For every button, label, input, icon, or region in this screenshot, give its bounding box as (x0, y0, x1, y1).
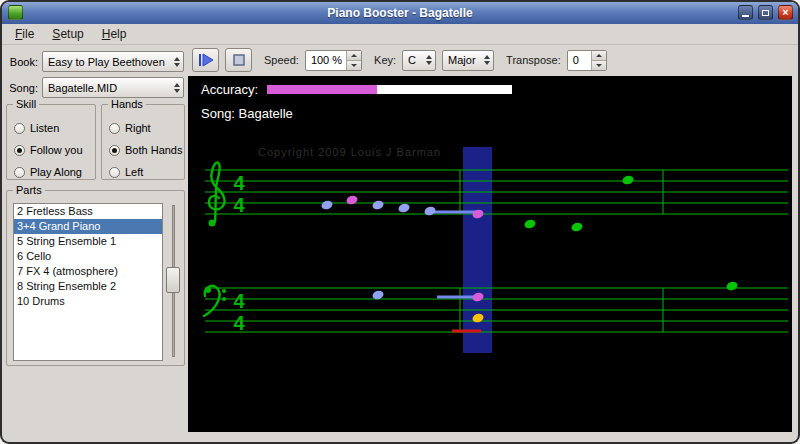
radio-label: Right (125, 122, 151, 134)
transpose-label: Transpose: (506, 54, 561, 66)
play-icon (197, 51, 215, 69)
time-signature: 4 (233, 194, 245, 216)
treble-clef-ball (209, 220, 216, 227)
note (320, 199, 333, 210)
speed-label: Speed: (264, 54, 299, 66)
stop-button[interactable] (225, 48, 252, 72)
spinner-arrows-icon[interactable] (591, 51, 606, 70)
minimize-button[interactable] (738, 5, 753, 20)
score-area: Accuracy: Song: Bagatelle Copyright 2009… (188, 76, 792, 432)
parts-list-item[interactable]: 8 String Ensemble 2 (14, 279, 162, 294)
window-frame: Piano Booster - Bagatelle × File Setup H… (0, 0, 800, 444)
scale-value: Major (448, 54, 476, 66)
play-button[interactable] (192, 48, 219, 72)
title-bar[interactable]: Piano Booster - Bagatelle × (2, 2, 798, 24)
radio-label: Follow you (30, 144, 83, 156)
radio-listen[interactable]: Listen (14, 117, 93, 139)
radio-circle (14, 145, 25, 156)
radio-label: Listen (30, 122, 59, 134)
note (523, 218, 536, 229)
close-button[interactable]: × (778, 5, 793, 20)
combo-arrows-icon (426, 51, 432, 70)
note (621, 174, 634, 185)
note (371, 199, 384, 210)
radio-circle (14, 123, 25, 134)
radio-follow-you[interactable]: Follow you (14, 139, 93, 161)
song-value: Bagatelle.MID (48, 82, 117, 94)
music-notation: 4444 (188, 76, 792, 432)
radio-right[interactable]: Right (109, 117, 182, 139)
maximize-icon (762, 10, 769, 16)
minimize-icon (742, 15, 749, 17)
bass-clef (204, 286, 219, 316)
screenshot: Piano Booster - Bagatelle × File Setup H… (0, 0, 800, 444)
time-signature: 4 (233, 290, 245, 312)
menu-file[interactable]: File (6, 25, 43, 43)
song-label: Song: (4, 82, 38, 94)
radio-both-hands[interactable]: Both Hands (109, 139, 182, 161)
transpose-value: 0 (568, 51, 591, 70)
book-value: Easy to Play Beethoven (48, 56, 165, 68)
menu-setup[interactable]: Setup (43, 25, 92, 43)
speed-spinbox[interactable]: 100 % (305, 50, 362, 71)
parts-list-item[interactable]: 10 Drums (14, 294, 162, 309)
song-row: Song: Bagatelle.MID (4, 77, 184, 98)
note (423, 205, 436, 216)
parts-list-item[interactable]: 6 Cello (14, 249, 162, 264)
note (345, 194, 358, 205)
slider-handle[interactable] (166, 267, 180, 293)
bass-clef-dot (222, 289, 226, 293)
parts-group-title: Parts (13, 184, 45, 196)
scale-select[interactable]: Major (442, 50, 494, 71)
toolbar: Speed: 100 % Key: C Major Transpose: 0 (192, 45, 607, 75)
window-menu-button[interactable] (8, 5, 23, 20)
key-label: Key: (374, 54, 396, 66)
radio-circle (109, 123, 120, 134)
skill-group-title: Skill (13, 98, 39, 110)
radio-left[interactable]: Left (109, 161, 182, 183)
time-signature: 4 (233, 172, 245, 194)
radio-circle (109, 167, 120, 178)
time-signature: 4 (233, 312, 245, 334)
parts-list-item[interactable]: 5 String Ensemble 1 (14, 234, 162, 249)
combo-arrows-icon (174, 78, 180, 97)
close-icon: × (782, 7, 788, 18)
bass-clef-dot (222, 297, 226, 301)
radio-label: Play Along (30, 166, 82, 178)
hands-group: Hands RightBoth HandsLeft (101, 104, 185, 180)
parts-list-item[interactable]: 3+4 Grand Piano (14, 219, 162, 234)
transpose-spinbox[interactable]: 0 (567, 50, 607, 71)
maximize-button[interactable] (758, 5, 773, 20)
parts-volume-slider[interactable] (165, 203, 181, 359)
skill-group: Skill ListenFollow youPlay Along (6, 104, 96, 180)
note (570, 221, 583, 232)
parts-list-item[interactable]: 2 Fretless Bass (14, 204, 162, 219)
combo-arrows-icon (174, 52, 180, 71)
book-label: Book: (4, 56, 38, 68)
parts-list-item[interactable]: 7 FX 4 (atmosphere) (14, 264, 162, 279)
book-row: Book: Easy to Play Beethoven (4, 51, 184, 72)
hands-group-title: Hands (108, 98, 146, 110)
radio-label: Both Hands (125, 144, 182, 156)
menu-bar: File Setup Help (2, 24, 798, 45)
key-value: C (408, 54, 416, 66)
app-window: Piano Booster - Bagatelle × File Setup H… (2, 2, 798, 442)
window-title: Piano Booster - Bagatelle (2, 6, 798, 20)
combo-arrows-icon (484, 51, 490, 70)
spinner-arrows-icon[interactable] (346, 51, 361, 70)
key-select[interactable]: C (402, 50, 436, 71)
stop-icon (230, 51, 248, 69)
note (397, 202, 410, 213)
radio-play-along[interactable]: Play Along (14, 161, 93, 183)
parts-group: Parts 2 Fretless Bass3+4 Grand Piano5 St… (6, 190, 185, 366)
song-select[interactable]: Bagatelle.MID (42, 77, 184, 98)
note (725, 280, 738, 291)
radio-label: Left (125, 166, 143, 178)
menu-help[interactable]: Help (93, 25, 136, 43)
radio-circle (109, 145, 120, 156)
book-select[interactable]: Easy to Play Beethoven (42, 51, 184, 72)
parts-list[interactable]: 2 Fretless Bass3+4 Grand Piano5 String E… (13, 203, 163, 361)
speed-value: 100 % (306, 51, 346, 70)
radio-circle (14, 167, 25, 178)
